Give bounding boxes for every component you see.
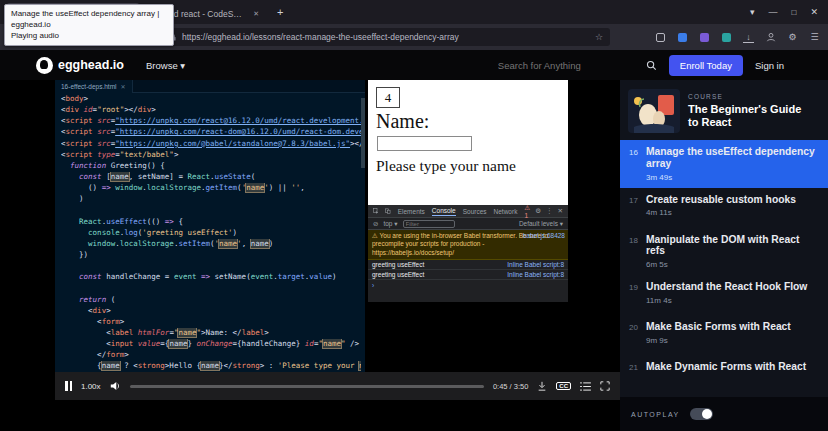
inspect-element-icon: [373, 207, 378, 215]
lesson-duration: 3m 49s: [646, 173, 819, 182]
tab-close-icon[interactable]: ✕: [251, 9, 261, 19]
url-bar[interactable]: https://egghead.io/lessons/react-manage-…: [148, 28, 610, 46]
lesson-title: Understand the React Hook Flow: [646, 281, 807, 293]
console-levels-select: Default levels ▾: [519, 220, 563, 228]
playback-speed-button[interactable]: 1.00x: [81, 382, 101, 391]
tab-tooltip: Manage the useEffect dependency array | …: [4, 4, 174, 46]
lesson-number: 18: [629, 234, 639, 270]
lesson-number: 20: [629, 321, 639, 349]
egghead-logo[interactable]: egghead.io: [36, 57, 124, 74]
extension-purple-icon[interactable]: [699, 32, 710, 43]
site-search: [498, 60, 657, 71]
course-header[interactable]: COURSE The Beginner's Guide to React: [620, 80, 828, 140]
lesson-item[interactable]: 20 Make Basic Forms with React 9m 9s: [620, 315, 828, 355]
lesson-number: 17: [629, 194, 639, 222]
lesson-number: 16: [629, 146, 639, 182]
download-icon[interactable]: [537, 381, 547, 391]
video-player[interactable]: 16-effect-deps.html ✕ <body><div id="roo…: [55, 80, 620, 400]
video-devtools: Elements Console Sources Network ⚠ 1 ⚙ ⋮…: [368, 205, 568, 302]
devtools-tab-sources: Sources: [463, 208, 487, 215]
log-text: greeting useEffect: [372, 271, 424, 278]
minimize-window-icon[interactable]: —: [769, 7, 778, 17]
lesson-item-current[interactable]: 16 Manage the useEffect dependency array…: [620, 140, 828, 188]
tooltip-status: Playing audio: [11, 30, 167, 41]
video-code-editor: 16-effect-deps.html ✕ <body><div id="roo…: [55, 80, 365, 372]
preview-counter-box: 4: [376, 87, 400, 108]
devtools-error-badge: ⚠ 1: [524, 205, 530, 219]
code-area: <body><div id="root"></div><script src="…: [55, 94, 361, 372]
progress-bar[interactable]: [130, 385, 484, 388]
console-filter-input: [403, 220, 455, 228]
lesson-list: 16 Manage the useEffect dependency array…: [620, 140, 828, 397]
extension-blue-icon[interactable]: [677, 32, 688, 43]
lesson-title: Manipulate the DOM with React refs: [646, 234, 819, 258]
log-source-link: Inline Babel script:8: [507, 271, 564, 278]
chapters-icon[interactable]: [580, 382, 591, 391]
editor-file-tab: 16-effect-deps.html ✕: [55, 80, 133, 93]
captions-icon[interactable]: CC: [556, 382, 571, 390]
maximize-window-icon[interactable]: □: [792, 8, 797, 17]
lesson-title: Create reusable custom hooks: [646, 194, 796, 206]
lesson-title: Make Dynamic Forms with React: [646, 361, 806, 373]
devtools-tab-bar: Elements Console Sources Network ⚠ 1 ⚙ ⋮…: [368, 205, 568, 218]
lesson-duration: 9m 9s: [646, 336, 791, 345]
close-window-icon[interactable]: ✕: [810, 7, 818, 17]
list-tabs-icon[interactable]: ▾: [750, 7, 755, 17]
enroll-today-button[interactable]: Enroll Today: [669, 55, 743, 76]
lesson-item[interactable]: 17 Create reusable custom hooks 4m 11s: [620, 188, 828, 228]
fullscreen-icon[interactable]: [600, 381, 610, 391]
warning-source-link: babel.js:68428: [523, 232, 565, 241]
lesson-number: 19: [629, 281, 639, 309]
account-icon[interactable]: [765, 32, 776, 43]
devtools-more-icon: ⋮: [546, 207, 553, 215]
autoplay-label: AUTOPLAY: [631, 411, 680, 418]
console-log-row: greeting useEffect Inline Babel script:8: [368, 270, 568, 280]
brand-name: egghead.io: [58, 58, 124, 72]
downloads-icon[interactable]: ↓: [743, 32, 754, 43]
video-browser-preview: 4 Name: Please type your name: [368, 80, 568, 205]
extensions-puzzle-icon[interactable]: [655, 32, 666, 43]
bookmark-star-icon[interactable]: ☆: [595, 32, 603, 42]
devtools-settings-icon: ⚙: [535, 207, 541, 215]
tooltip-title: Manage the useEffect dependency array | …: [11, 8, 167, 30]
devtools-tab-console: Console: [432, 207, 456, 216]
log-source-link: Inline Babel script:8: [507, 261, 564, 268]
player-controls: 1.00x 0:45 / 3:50 CC: [55, 372, 620, 400]
console-toolbar: ⊘ top ▾ Default levels ▾: [368, 218, 568, 230]
devtools-tab-network: Network: [494, 208, 518, 215]
preview-name-label: Name:: [376, 110, 568, 133]
lesson-duration: 11m 4s: [646, 296, 807, 305]
course-label: COURSE: [688, 93, 806, 100]
lesson-duration: 6m 5s: [646, 260, 819, 269]
lesson-item[interactable]: 18 Manipulate the DOM with React refs 6m…: [620, 228, 828, 276]
browse-menu[interactable]: Browse ▾: [146, 60, 185, 71]
browser-window: Manage the useEffect depend ...nd react …: [0, 0, 828, 431]
search-icon[interactable]: [646, 60, 657, 71]
search-input[interactable]: [498, 60, 638, 71]
devtools-tab-elements: Elements: [398, 208, 425, 215]
console-context-select: top ▾: [383, 220, 397, 228]
course-sidebar: COURSE The Beginner's Guide to React 16 …: [620, 80, 828, 431]
egghead-logo-icon: [36, 57, 53, 74]
course-artwork: [628, 89, 680, 133]
sign-in-link[interactable]: Sign in: [755, 60, 784, 71]
lesson-item[interactable]: 21 Make Dynamic Forms with React: [620, 355, 828, 395]
editor-tab-bar: 16-effect-deps.html ✕: [55, 80, 365, 93]
lesson-item[interactable]: 19 Understand the React Hook Flow 11m 4s: [620, 275, 828, 315]
preview-name-input: [377, 136, 472, 151]
lesson-title: Make Basic Forms with React: [646, 321, 791, 333]
editor-scrollbar: [361, 98, 365, 168]
console-prompt: ›: [368, 280, 568, 290]
toggle-knob: [702, 409, 712, 419]
log-text: greeting useEffect: [372, 261, 424, 268]
console-log-row: greeting useEffect Inline Babel script:8: [368, 260, 568, 270]
extension-teal-icon[interactable]: [721, 32, 732, 43]
site-header: egghead.io Browse ▾ Enroll Today Sign in: [0, 50, 828, 80]
menu-icon[interactable]: ☰: [809, 32, 820, 43]
volume-icon[interactable]: [110, 381, 121, 391]
pause-button[interactable]: [65, 381, 72, 391]
new-tab-button[interactable]: +: [269, 6, 291, 18]
preview-prompt-text: Please type your name: [376, 157, 568, 175]
autoplay-toggle[interactable]: [690, 408, 713, 420]
settings-gear-icon[interactable]: ⚙: [787, 32, 798, 43]
